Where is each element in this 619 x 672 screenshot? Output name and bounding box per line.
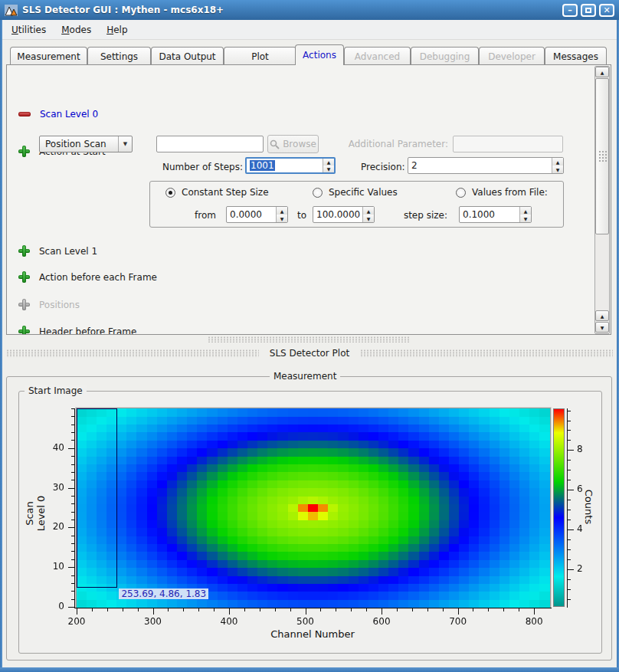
- x-minor-tick: [290, 608, 291, 611]
- radio-constant-step[interactable]: Constant Step Size: [165, 187, 269, 198]
- maximize-button[interactable]: [581, 4, 596, 17]
- title-bar[interactable]: SLS Detector GUI : Mythen - mcs6x18+ – ✕: [0, 0, 619, 20]
- y-minor-tick: [71, 520, 74, 520]
- precision-spinbox[interactable]: 2 ▲▼: [408, 157, 564, 174]
- y-tick-label: 0: [40, 601, 64, 611]
- tab-actions[interactable]: Actions: [295, 44, 344, 65]
- colorbar-major-tick: [568, 490, 574, 490]
- x-major-tick: [229, 608, 230, 615]
- zoom-selection-rect[interactable]: [77, 408, 117, 588]
- y-major-tick: [68, 607, 74, 608]
- tab-developer: Developer: [479, 47, 545, 65]
- expand-plus-icon[interactable]: [18, 271, 30, 283]
- y-minor-tick: [71, 416, 74, 417]
- spin-down-icon[interactable]: ▼: [520, 215, 531, 222]
- cursor-position-tooltip: 253.69, 4.86, 1.83: [119, 588, 208, 599]
- scan-level-1-row[interactable]: Scan Level 1: [18, 245, 97, 257]
- x-minor-tick: [519, 608, 519, 611]
- heatmap-canvas[interactable]: [77, 408, 550, 608]
- colorbar: [553, 408, 565, 607]
- y-axis-line: [74, 408, 75, 608]
- y-minor-tick: [71, 559, 74, 560]
- actions-panel: Action at Start Scan Level 0 Position Sc…: [6, 64, 611, 335]
- header-before-frame-row[interactable]: Header before Frame: [18, 326, 136, 335]
- tab-measurement[interactable]: Measurement: [10, 47, 87, 65]
- colorbar-tick-label: 2: [577, 563, 592, 574]
- spin-down-icon[interactable]: ▼: [277, 215, 287, 222]
- colorbar-minor-tick: [568, 599, 571, 600]
- positions-label: Positions: [39, 300, 80, 310]
- spin-up-icon[interactable]: ▲: [323, 159, 334, 166]
- y-minor-tick: [71, 536, 74, 536]
- from-label: from: [173, 210, 216, 221]
- precision-label: Precision:: [361, 162, 404, 172]
- tab-settings[interactable]: Settings: [87, 47, 151, 65]
- expand-plus-icon[interactable]: [18, 245, 30, 257]
- scan-script-input[interactable]: [156, 136, 264, 152]
- y-tick-label: 20: [40, 521, 64, 532]
- radio-specific-values[interactable]: Specific Values: [313, 187, 398, 198]
- x-minor-tick: [107, 608, 108, 611]
- close-button[interactable]: ✕: [599, 4, 614, 17]
- x-major-tick: [306, 608, 306, 615]
- spin-up-icon[interactable]: ▲: [363, 207, 374, 215]
- dock-titlebar-texture-right[interactable]: [360, 349, 613, 357]
- action-before-frame-row[interactable]: Action before each Frame: [18, 271, 157, 283]
- x-minor-tick: [275, 608, 276, 611]
- scan-level-0-row[interactable]: Scan Level 0: [18, 109, 98, 120]
- chevron-down-icon[interactable]: ▼: [118, 136, 132, 152]
- menu-modes[interactable]: Modes: [55, 22, 97, 38]
- y-minor-tick: [71, 408, 74, 409]
- radio-values-from-file[interactable]: Values from File:: [456, 187, 548, 198]
- radio-icon[interactable]: [313, 188, 323, 198]
- colorbar-major-tick: [568, 450, 574, 451]
- app-logo-icon: [5, 5, 18, 16]
- x-minor-tick: [183, 608, 184, 611]
- spin-up-icon[interactable]: ▲: [552, 158, 563, 166]
- spin-up-icon[interactable]: ▲: [277, 207, 287, 215]
- dock-titlebar-texture-left[interactable]: [6, 349, 259, 357]
- x-minor-tick: [214, 608, 215, 611]
- colorbar-minor-tick: [568, 549, 571, 550]
- y-minor-tick: [71, 599, 74, 600]
- expand-plus-icon[interactable]: [18, 326, 30, 335]
- step-size-spinbox[interactable]: 0.1000 ▲▼: [459, 206, 532, 223]
- x-minor-tick: [244, 608, 245, 611]
- to-label: to: [293, 210, 306, 221]
- tab-plot[interactable]: Plot: [224, 47, 296, 65]
- radio-checked-icon[interactable]: [165, 188, 175, 198]
- colorbar-minor-tick: [568, 579, 571, 580]
- scrollbar-up-button[interactable]: ▲: [595, 67, 609, 77]
- positions-row: Positions: [18, 299, 80, 310]
- from-spinbox[interactable]: 0.0000 ▲▼: [226, 206, 288, 223]
- x-minor-tick: [260, 608, 260, 611]
- y-major-tick: [68, 488, 74, 489]
- spin-up-icon[interactable]: ▲: [520, 207, 531, 215]
- spin-down-icon[interactable]: ▼: [552, 166, 563, 173]
- tab-messages[interactable]: Messages: [545, 47, 607, 65]
- radio-icon[interactable]: [456, 188, 466, 198]
- colorbar-minor-tick: [568, 539, 571, 540]
- y-tick-label: 10: [40, 561, 64, 572]
- maximize-icon: [585, 8, 591, 13]
- y-minor-tick: [71, 551, 74, 552]
- y-minor-tick: [71, 543, 74, 544]
- scrollbar-thumb[interactable]: [595, 78, 609, 234]
- minimize-button[interactable]: –: [562, 4, 578, 17]
- scrollbar-down-button[interactable]: ▼: [595, 322, 609, 333]
- scrollbar-up-button-2[interactable]: ▲: [595, 310, 609, 321]
- menu-utilities[interactable]: Utilities: [5, 22, 52, 38]
- application-window: SLS Detector GUI : Mythen - mcs6x18+ – ✕…: [0, 0, 619, 672]
- colorbar-minor-tick: [568, 421, 571, 421]
- scan-mode-combobox[interactable]: Position Scan ▼: [39, 136, 133, 152]
- y-minor-tick: [71, 440, 74, 441]
- spin-down-icon[interactable]: ▼: [363, 215, 374, 222]
- to-spinbox[interactable]: 100.0000 ▲▼: [313, 206, 375, 223]
- expand-plus-icon[interactable]: [18, 146, 30, 157]
- tab-data-output[interactable]: Data Output: [151, 47, 224, 65]
- menu-help[interactable]: Help: [100, 22, 133, 38]
- splitter-handle[interactable]: [208, 336, 411, 343]
- collapse-minus-icon[interactable]: [18, 112, 31, 116]
- spin-down-icon[interactable]: ▼: [323, 166, 334, 172]
- number-of-steps-spinbox[interactable]: 1001 ▲▼: [245, 157, 336, 174]
